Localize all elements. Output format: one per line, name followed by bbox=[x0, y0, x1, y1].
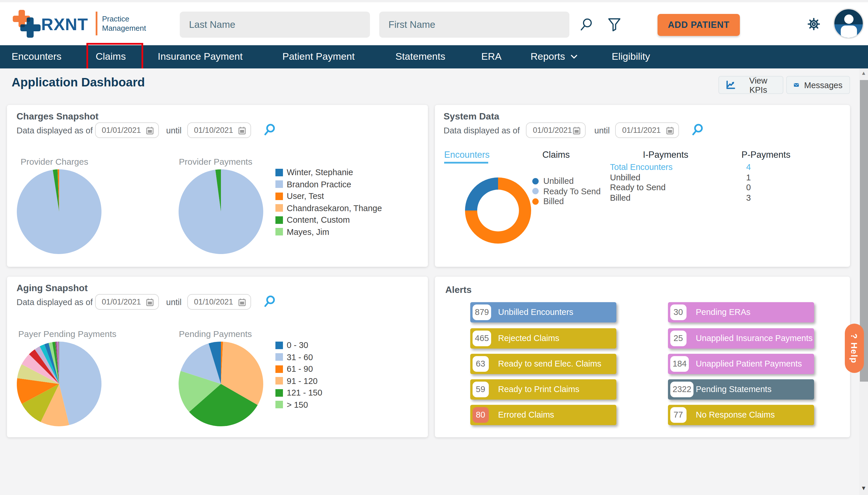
alert-unapplied-patient-payments[interactable]: 184 Unapplied Patient Payments bbox=[668, 354, 814, 374]
alert-count-badge: 25 bbox=[670, 330, 686, 346]
legend-item: Mayes, Jim bbox=[275, 227, 329, 236]
until-label: until bbox=[166, 126, 181, 135]
alerts-title: Alerts bbox=[445, 285, 472, 295]
nav-item-encounters[interactable]: Encounters bbox=[12, 45, 62, 68]
search-dates-icon[interactable] bbox=[691, 123, 705, 139]
nav-item-claims[interactable]: Claims bbox=[96, 45, 126, 68]
nav-item-era[interactable]: ERA bbox=[481, 45, 502, 68]
system-data-title: System Data bbox=[444, 112, 499, 122]
legend-swatch bbox=[275, 341, 283, 349]
stat-ready-to-send-value: 0 bbox=[707, 183, 751, 192]
logo-text: RXNT bbox=[41, 15, 88, 34]
gear-icon[interactable] bbox=[806, 16, 822, 34]
nav-item-statements[interactable]: Statements bbox=[396, 45, 445, 68]
alert-ready-send-elec-claims[interactable]: 63 Ready to send Elec. Claims bbox=[470, 354, 617, 374]
date-label: Data displayed as of bbox=[17, 297, 93, 307]
chart-line-icon bbox=[726, 80, 735, 90]
alert-rejected-claims[interactable]: 465 Rejected Claims bbox=[470, 328, 617, 348]
nav-item-eligibility[interactable]: Eligibility bbox=[612, 45, 650, 68]
date-label: Data displayed as of bbox=[17, 126, 93, 135]
alert-label: Ready to send Elec. Claims bbox=[498, 354, 601, 374]
from-date-input[interactable]: 01/01/2021 bbox=[95, 122, 159, 138]
alert-label: Pending ERAs bbox=[696, 302, 751, 322]
payer-pending-title: Payer Pending Payments bbox=[18, 329, 117, 339]
to-date-value: 01/11/2021 bbox=[622, 126, 661, 135]
search-dates-icon[interactable] bbox=[262, 123, 276, 139]
avatar-body bbox=[840, 25, 857, 38]
alert-label: Pending Statements bbox=[696, 379, 771, 399]
alert-errored-claims[interactable]: 80 Errored Claims bbox=[470, 405, 617, 425]
charges-snapshot-title: Charges Snapshot bbox=[17, 112, 99, 122]
alert-no-response-claims[interactable]: 77 No Response Claims bbox=[668, 405, 814, 425]
rxnt-logo[interactable]: RXNT Practice Management bbox=[13, 8, 100, 39]
legend-swatch bbox=[275, 204, 283, 212]
alert-count-badge: 879 bbox=[472, 304, 491, 320]
stat-unbilled-label: Unbilled bbox=[610, 173, 640, 182]
last-name-input[interactable] bbox=[180, 12, 370, 38]
help-tab[interactable]: ? Help bbox=[845, 324, 864, 373]
stat-total-encounters-label[interactable]: Total Encounters bbox=[610, 163, 673, 172]
calendar-icon bbox=[666, 126, 674, 134]
alert-ready-print-claims[interactable]: 59 Ready to Print Claims bbox=[470, 379, 617, 399]
search-icon[interactable] bbox=[579, 17, 594, 35]
tab-i-payments[interactable]: I-Payments bbox=[631, 150, 700, 160]
alert-pending-statements[interactable]: 2322 Pending Statements bbox=[668, 379, 814, 399]
messages-button[interactable]: Messages bbox=[786, 76, 850, 94]
filter-icon[interactable] bbox=[607, 17, 622, 35]
scrollbar-up-arrow[interactable]: ▲ bbox=[859, 69, 868, 77]
alert-count-badge: 80 bbox=[472, 407, 488, 423]
from-date-value: 01/01/2021 bbox=[102, 297, 141, 306]
tab-active-underline bbox=[444, 162, 488, 163]
to-date-input[interactable]: 01/10/2021 bbox=[187, 294, 251, 310]
logo-divider bbox=[96, 12, 97, 35]
nav-item-insurance-payment[interactable]: Insurance Payment bbox=[158, 45, 243, 68]
add-patient-button[interactable]: ADD PATIENT bbox=[658, 14, 740, 36]
alert-count-badge: 63 bbox=[472, 356, 488, 372]
alert-label: Unbilled Encounters bbox=[498, 302, 573, 322]
user-avatar[interactable] bbox=[833, 8, 864, 39]
nav-reports-label: Reports bbox=[531, 51, 565, 62]
calendar-icon bbox=[238, 126, 246, 134]
aging-snapshot-title: Aging Snapshot bbox=[17, 283, 88, 293]
pending-payments-pie[interactable] bbox=[178, 342, 263, 426]
nav-item-reports[interactable]: Reports bbox=[531, 45, 577, 68]
alert-label: Errored Claims bbox=[498, 405, 554, 425]
to-date-value: 01/10/2021 bbox=[194, 126, 233, 135]
to-date-input[interactable]: 01/10/2021 bbox=[187, 122, 251, 138]
to-date-input[interactable]: 01/11/2021 bbox=[615, 122, 679, 138]
alert-unapplied-insurance-payments[interactable]: 25 Unapplied Insurance Payments bbox=[668, 328, 814, 348]
scrollbar-down-arrow[interactable]: ▼ bbox=[859, 484, 868, 493]
provider-payments-pie[interactable] bbox=[178, 169, 263, 254]
stat-total-encounters-value: 4 bbox=[707, 163, 751, 172]
from-date-input[interactable]: 01/01/2021 bbox=[95, 294, 159, 310]
view-kpis-label: View KPIs bbox=[741, 76, 776, 94]
legend-item: 0 - 30 bbox=[275, 340, 308, 350]
stat-ready-to-send-label: Ready to Send bbox=[610, 183, 666, 192]
alert-unbilled-encounters[interactable]: 879 Unbilled Encounters bbox=[470, 302, 617, 322]
tab-claims[interactable]: Claims bbox=[527, 150, 585, 160]
legend-swatch bbox=[275, 353, 283, 361]
calendar-icon bbox=[146, 298, 153, 306]
legend-swatch bbox=[275, 192, 283, 200]
tab-encounters[interactable]: Encounters bbox=[444, 150, 490, 160]
from-date-input[interactable]: 01/01/2021 bbox=[526, 122, 586, 138]
alert-pending-eras[interactable]: 30 Pending ERAs bbox=[668, 302, 814, 322]
view-kpis-button[interactable]: View KPIs bbox=[718, 76, 783, 94]
payer-pending-pie[interactable] bbox=[17, 342, 101, 426]
messages-label: Messages bbox=[804, 80, 843, 90]
page-title: Application Dashboard bbox=[12, 75, 145, 89]
legend-item: 121 - 150 bbox=[275, 388, 323, 397]
until-label: until bbox=[594, 126, 610, 135]
from-date-value: 01/01/2021 bbox=[102, 126, 141, 135]
first-name-input[interactable] bbox=[379, 12, 569, 38]
tab-p-payments[interactable]: P-Payments bbox=[731, 150, 801, 160]
stat-unbilled-value: 1 bbox=[707, 173, 751, 182]
search-dates-icon[interactable] bbox=[262, 295, 276, 311]
product-name: Practice Management bbox=[102, 15, 146, 33]
encounters-donut[interactable] bbox=[465, 177, 531, 243]
stat-billed-label: Billed bbox=[610, 193, 630, 202]
nav-item-patient-payment[interactable]: Patient Payment bbox=[282, 45, 355, 68]
alerts-card: Alerts 879 Unbilled Encounters 465 Rejec… bbox=[435, 277, 850, 437]
provider-charges-pie[interactable] bbox=[17, 169, 101, 254]
top-strip bbox=[0, 0, 868, 2]
